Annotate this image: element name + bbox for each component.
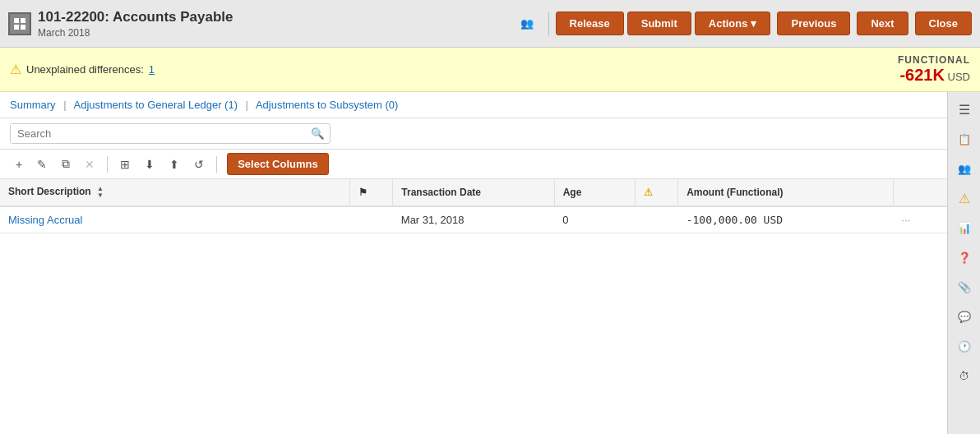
list-icon-btn[interactable]: ☰ bbox=[950, 95, 978, 123]
grid-icon bbox=[8, 12, 31, 35]
svg-rect-2 bbox=[14, 25, 19, 30]
tab-adj-gl[interactable]: Adjustments to General Ledger (1) bbox=[74, 99, 238, 111]
delete-button[interactable]: ✕ bbox=[79, 155, 100, 174]
warning-banner: ⚠ Unexplained differences: 1 FUNCTIONAL … bbox=[0, 48, 980, 92]
cell-date: Mar 31, 2018 bbox=[393, 206, 554, 233]
users-gear-icon-btn[interactable]: 👥 bbox=[950, 155, 978, 182]
clock-icon-btn[interactable]: ⏱ bbox=[950, 362, 978, 390]
svg-rect-3 bbox=[21, 25, 25, 30]
cell-age: 0 bbox=[554, 206, 635, 233]
comment-icon: 💬 bbox=[958, 311, 971, 323]
nav-sep-2: | bbox=[246, 99, 248, 111]
cell-desc: Missing Accrual bbox=[0, 206, 349, 233]
table-header-row: Short Description ▲▼ ⚑ Transaction Date bbox=[0, 179, 947, 206]
user-group-icon: 👥 bbox=[520, 17, 534, 30]
search-button[interactable]: 🔍 bbox=[306, 124, 330, 143]
info-icon-btn[interactable]: 📋 bbox=[950, 125, 978, 153]
col-header-warn: ⚠ bbox=[635, 179, 677, 206]
paperclip-icon: 📎 bbox=[958, 281, 971, 293]
toolbar-divider-2 bbox=[216, 156, 217, 173]
table-row[interactable]: Missing Accrual Mar 31, 2018 0 -100,000.… bbox=[0, 206, 947, 233]
warning-count-link[interactable]: 1 bbox=[149, 63, 155, 76]
close-button[interactable]: Close bbox=[915, 12, 972, 35]
cell-amount: -100,000.00 USD bbox=[678, 206, 894, 233]
previous-button[interactable]: Previous bbox=[777, 12, 850, 35]
actions-label: Actions bbox=[709, 17, 748, 30]
functional-currency: USD bbox=[948, 71, 970, 83]
warn-header-icon: ⚠ bbox=[644, 187, 653, 198]
flag-icon: ⚑ bbox=[358, 187, 368, 198]
right-sidebar: ☰ 📋 👥 ⚠ 📊 ❓ 📎 💬 🕐 bbox=[947, 92, 980, 434]
add-button[interactable]: + bbox=[10, 155, 28, 174]
data-table: Short Description ▲▼ ⚑ Transaction Date bbox=[0, 179, 947, 233]
info-icon: 📋 bbox=[958, 133, 971, 145]
cell-menu[interactable]: ··· bbox=[894, 206, 947, 233]
functional-value: -621K bbox=[899, 66, 944, 84]
search-bar: 🔍 bbox=[0, 118, 947, 150]
next-button[interactable]: Next bbox=[857, 12, 908, 35]
clock-icon: ⏱ bbox=[959, 370, 969, 382]
help-icon: ❓ bbox=[958, 252, 971, 264]
header-buttons: Release Submit Actions ▾ Previous Next C… bbox=[556, 12, 972, 35]
search-input[interactable] bbox=[11, 124, 306, 143]
table-area: Short Description ▲▼ ⚑ Transaction Date bbox=[0, 179, 947, 434]
nav-sep-1: | bbox=[63, 99, 66, 111]
nav-tabs: Summary | Adjustments to General Ledger … bbox=[0, 92, 947, 118]
refresh-button[interactable]: ↺ bbox=[188, 155, 210, 174]
submit-button[interactable]: Submit bbox=[627, 12, 691, 35]
paperclip-icon-btn[interactable]: 📎 bbox=[950, 273, 978, 301]
header-divider bbox=[548, 12, 549, 35]
warning-icon: ⚠ bbox=[10, 62, 21, 77]
col-header-flag: ⚑ bbox=[349, 179, 392, 206]
cell-flag bbox=[349, 206, 392, 233]
page-title: 101-22200: Accounts Payable bbox=[38, 9, 520, 25]
functional-info: FUNCTIONAL -621K USD bbox=[898, 54, 970, 85]
columns-icon-button[interactable]: ⊞ bbox=[114, 155, 136, 174]
title-group: 101-22200: Accounts Payable March 2018 bbox=[38, 9, 520, 39]
user-area: 👥 bbox=[520, 17, 534, 30]
functional-label: FUNCTIONAL bbox=[898, 54, 970, 66]
sort-icon-desc[interactable]: ▲▼ bbox=[97, 186, 104, 199]
edit-button[interactable]: ✎ bbox=[31, 155, 53, 174]
search-input-wrap: 🔍 bbox=[10, 123, 331, 144]
copy-button[interactable]: ⧉ bbox=[56, 154, 76, 174]
table-settings-icon-btn[interactable]: 📊 bbox=[950, 214, 978, 242]
col-header-date[interactable]: Transaction Date bbox=[393, 179, 554, 206]
col-header-actions bbox=[894, 179, 947, 206]
col-header-age[interactable]: Age bbox=[554, 179, 635, 206]
cell-warn bbox=[635, 206, 677, 233]
table-settings-icon: 📊 bbox=[958, 222, 971, 234]
svg-rect-0 bbox=[14, 18, 19, 23]
actions-arrow: ▾ bbox=[751, 17, 756, 30]
search-icon: 🔍 bbox=[311, 127, 325, 140]
history-icon-btn[interactable]: 🕐 bbox=[950, 332, 978, 360]
users-gear-icon: 👥 bbox=[958, 163, 971, 175]
alert-icon: ⚠ bbox=[959, 191, 970, 206]
warning-left: ⚠ Unexplained differences: 1 bbox=[10, 62, 155, 77]
tab-adj-sub[interactable]: Adjustments to Subsystem (0) bbox=[256, 99, 398, 111]
col-header-amount[interactable]: Amount (Functional) bbox=[678, 179, 894, 206]
page-subtitle: March 2018 bbox=[38, 27, 520, 39]
svg-rect-1 bbox=[21, 18, 25, 23]
release-button[interactable]: Release bbox=[556, 12, 624, 35]
history-icon: 🕐 bbox=[958, 340, 971, 353]
warning-text: Unexplained differences: bbox=[26, 63, 144, 76]
actions-button[interactable]: Actions ▾ bbox=[695, 12, 771, 35]
toolbar: + ✎ ⧉ ✕ ⊞ ⬇ ⬆ ↺ Select Columns bbox=[0, 150, 947, 179]
download-button[interactable]: ⬇ bbox=[139, 155, 160, 174]
col-header-desc[interactable]: Short Description ▲▼ bbox=[0, 179, 349, 206]
tab-summary[interactable]: Summary bbox=[10, 99, 56, 111]
toolbar-divider-1 bbox=[107, 156, 108, 173]
help-icon-btn[interactable]: ❓ bbox=[950, 243, 978, 271]
alert-icon-btn[interactable]: ⚠ bbox=[950, 184, 978, 212]
upload-button[interactable]: ⬆ bbox=[164, 155, 185, 174]
list-icon: ☰ bbox=[959, 102, 970, 118]
select-columns-button[interactable]: Select Columns bbox=[227, 153, 329, 175]
comment-icon-btn[interactable]: 💬 bbox=[950, 302, 978, 330]
